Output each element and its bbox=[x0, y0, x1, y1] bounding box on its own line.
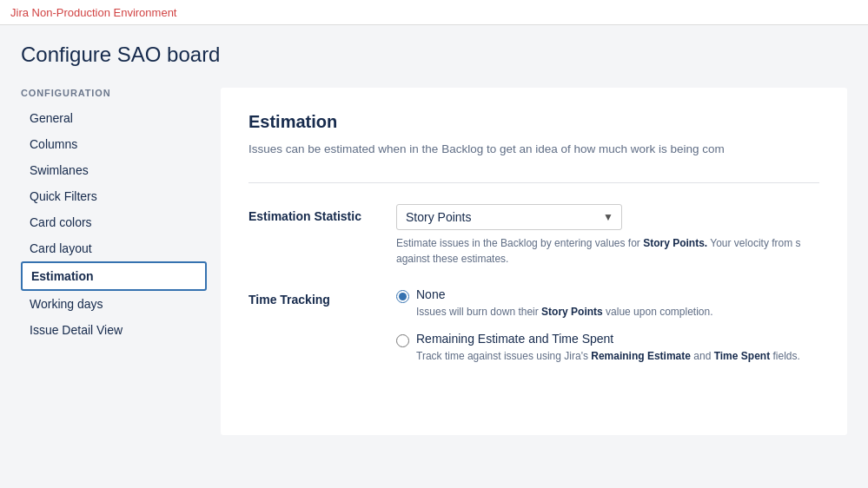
radio-none-input[interactable] bbox=[396, 290, 409, 303]
sidebar-item-estimation[interactable]: Estimation bbox=[21, 261, 207, 291]
sidebar-item-card-layout[interactable]: Card layout bbox=[21, 235, 207, 261]
time-tracking-row: Time Tracking None Issues will burn down… bbox=[248, 287, 819, 364]
radio-remaining-label[interactable]: Remaining Estimate and Time Spent bbox=[416, 332, 800, 346]
top-bar: Jira Non-Production Environment bbox=[0, 0, 868, 25]
radio-remaining-label-block: Remaining Estimate and Time Spent Track … bbox=[416, 332, 800, 364]
sidebar-section-label: CONFIGURATION bbox=[21, 88, 207, 98]
radio-option-none: None Issues will burn down their Story P… bbox=[396, 287, 819, 320]
section-title: Estimation bbox=[248, 112, 819, 132]
time-tracking-label: Time Tracking bbox=[248, 287, 396, 307]
estimation-statistic-select-wrapper: Story Points Original Time Estimate Issu… bbox=[396, 204, 622, 230]
time-tracking-radio-group: None Issues will burn down their Story P… bbox=[396, 287, 819, 364]
estimation-statistic-row: Estimation Statistic Story Points Origin… bbox=[248, 204, 819, 267]
radio-none-label-block: None Issues will burn down their Story P… bbox=[416, 287, 713, 320]
radio-none-label[interactable]: None bbox=[416, 287, 713, 301]
sidebar-nav: General Columns Swimlanes Quick Filters … bbox=[21, 105, 207, 343]
time-tracking-field: None Issues will burn down their Story P… bbox=[396, 287, 819, 364]
sidebar: CONFIGURATION General Columns Swimlanes … bbox=[21, 88, 221, 435]
estimation-statistic-field: Story Points Original Time Estimate Issu… bbox=[396, 204, 819, 267]
estimation-statistic-hint: Estimate issues in the Backlog by enteri… bbox=[396, 235, 813, 267]
sidebar-item-swimlanes[interactable]: Swimlanes bbox=[21, 157, 207, 183]
radio-remaining-hint: Track time against issues using Jira's R… bbox=[416, 348, 800, 364]
main-content: Estimation Issues can be estimated when … bbox=[221, 88, 847, 435]
page-title: Configure SAO board bbox=[21, 43, 847, 67]
estimation-statistic-select[interactable]: Story Points Original Time Estimate Issu… bbox=[396, 204, 622, 230]
sidebar-item-working-days[interactable]: Working days bbox=[21, 291, 207, 317]
sidebar-item-card-colors[interactable]: Card colors bbox=[21, 209, 207, 235]
content-layout: CONFIGURATION General Columns Swimlanes … bbox=[21, 88, 847, 435]
top-bar-text: Jira Non-Production Environment bbox=[10, 6, 176, 19]
radio-none-hint: Issues will burn down their Story Points… bbox=[416, 304, 713, 320]
page-container: Configure SAO board CONFIGURATION Genera… bbox=[0, 25, 868, 452]
sidebar-item-quick-filters[interactable]: Quick Filters bbox=[21, 183, 207, 209]
sidebar-item-columns[interactable]: Columns bbox=[21, 131, 207, 157]
estimation-statistic-label: Estimation Statistic bbox=[248, 204, 396, 223]
divider bbox=[248, 182, 819, 183]
radio-remaining-input[interactable] bbox=[396, 334, 409, 347]
radio-option-remaining: Remaining Estimate and Time Spent Track … bbox=[396, 332, 819, 364]
section-intro: Issues can be estimated when in the Back… bbox=[248, 141, 819, 158]
sidebar-item-issue-detail-view[interactable]: Issue Detail View bbox=[21, 317, 207, 343]
sidebar-item-general[interactable]: General bbox=[21, 105, 207, 131]
